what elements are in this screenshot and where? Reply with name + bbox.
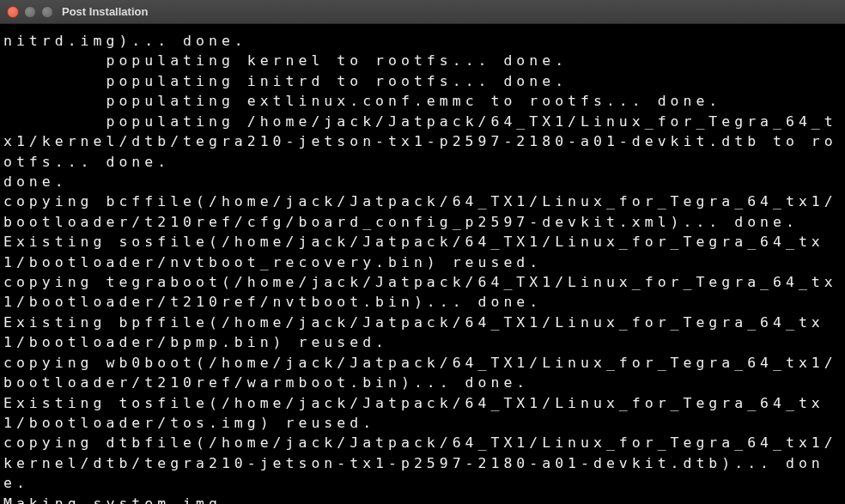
terminal-output[interactable]: nitrd.img)... done. populating kernel to… [0, 24, 845, 504]
terminal-line: copying wb0boot(/home/jack/Jatpack/64_TX… [3, 355, 837, 391]
terminal-line: done. [3, 173, 68, 190]
terminal-line: Existing sosfile(/home/jack/Jatpack/64_T… [3, 234, 824, 270]
window-titlebar: Post Installation [0, 0, 845, 24]
maximize-icon[interactable] [41, 6, 53, 18]
terminal-line: nitrd.img)... done. [3, 33, 247, 49]
terminal-line: populating extlinux.conf.emmc to rootfs.… [3, 93, 721, 109]
window-title: Post Installation [62, 5, 148, 18]
terminal-line: Existing bpffile(/home/jack/Jatpack/64_T… [3, 314, 824, 350]
terminal-line: Existing tosfile(/home/jack/Jatpack/64_T… [3, 395, 824, 431]
terminal-line: copying tegraboot(/home/jack/Jatpack/64_… [3, 274, 837, 310]
close-icon[interactable] [7, 6, 19, 18]
terminal-line: copying dtbfile(/home/jack/Jatpack/64_TX… [3, 434, 837, 491]
terminal-line: copying bcffile(/home/jack/Jatpack/64_TX… [3, 193, 837, 229]
terminal-line: populating /home/jack/Jatpack/64_TX1/Lin… [3, 113, 837, 170]
terminal-line: Making system.img... [3, 495, 260, 504]
window-controls [7, 6, 53, 18]
terminal-line: populating initrd to rootfs... done. [3, 73, 568, 89]
terminal-line: populating kernel to rootfs... done. [3, 52, 568, 69]
minimize-icon[interactable] [24, 6, 36, 18]
